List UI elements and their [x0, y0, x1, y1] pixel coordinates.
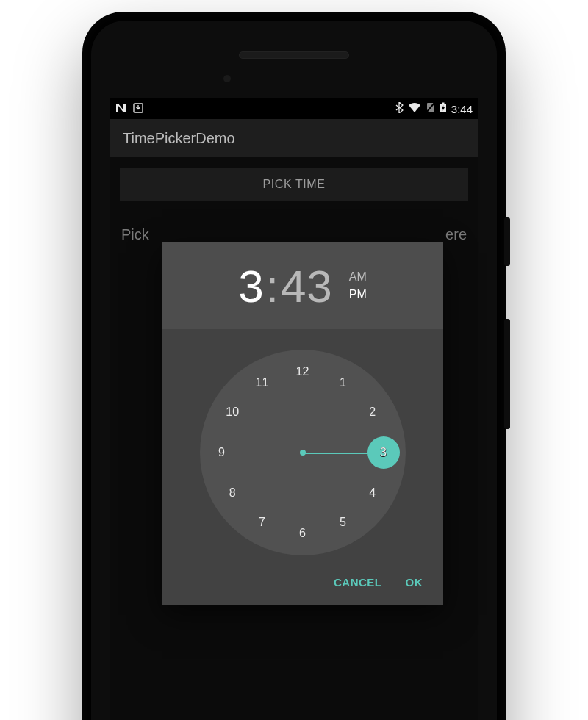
selected-hour[interactable]: 3 — [238, 260, 264, 312]
app-bar: TimePickerDemo — [110, 119, 478, 157]
bluetooth-icon — [395, 102, 404, 115]
time-picker-dialog: 3 : 43 AM PM 3 121234567891011 — [162, 242, 443, 605]
phone-bezel: 3:44 TimePickerDemo PICK TIME Pick ere — [91, 21, 497, 720]
svg-rect-3 — [442, 103, 444, 104]
pick-time-button[interactable]: PICK TIME — [120, 168, 468, 201]
earpiece-speaker — [239, 51, 349, 59]
am-toggle[interactable]: AM — [349, 268, 367, 286]
wifi-icon — [408, 103, 421, 115]
device-screen: 3:44 TimePickerDemo PICK TIME Pick ere — [110, 98, 478, 720]
clock-number-12[interactable]: 12 — [290, 359, 315, 384]
pm-toggle[interactable]: PM — [349, 286, 367, 303]
front-camera — [223, 75, 231, 82]
clock-number-2[interactable]: 2 — [360, 400, 385, 425]
clock-face[interactable]: 3 121234567891011 — [200, 350, 406, 555]
clock-number-8[interactable]: 8 — [220, 480, 245, 505]
download-icon — [133, 103, 143, 115]
n-preview-icon — [115, 103, 129, 115]
app-title: TimePickerDemo — [123, 130, 235, 147]
time-colon: : — [265, 260, 281, 312]
clock-number-4[interactable]: 4 — [360, 480, 385, 505]
clock-number-1[interactable]: 1 — [331, 370, 356, 395]
hint-right: ere — [445, 226, 467, 243]
ok-button[interactable]: OK — [406, 576, 423, 588]
clock-number-10[interactable]: 10 — [220, 400, 245, 425]
clock-number-6[interactable]: 6 — [290, 521, 315, 546]
clock-number-11[interactable]: 11 — [250, 370, 275, 395]
power-button[interactable] — [504, 217, 510, 266]
battery-charging-icon — [440, 102, 447, 115]
time-picker-header: 3 : 43 AM PM — [162, 242, 443, 329]
selected-minute[interactable]: 43 — [281, 260, 333, 312]
volume-rocker[interactable] — [504, 319, 510, 429]
clock-center-dot — [300, 450, 306, 456]
cancel-button[interactable]: CANCEL — [334, 576, 382, 588]
clock-number-3[interactable]: 3 — [371, 440, 396, 465]
phone-frame: 3:44 TimePickerDemo PICK TIME Pick ere — [82, 12, 506, 720]
status-clock: 3:44 — [451, 103, 473, 115]
no-sim-icon — [426, 102, 435, 115]
hint-left: Pick — [121, 226, 149, 243]
status-bar: 3:44 — [110, 98, 478, 119]
hint-text: Pick ere — [120, 226, 468, 243]
clock-number-9[interactable]: 9 — [209, 440, 234, 465]
clock-number-7[interactable]: 7 — [250, 510, 275, 535]
clock-number-5[interactable]: 5 — [331, 510, 356, 535]
